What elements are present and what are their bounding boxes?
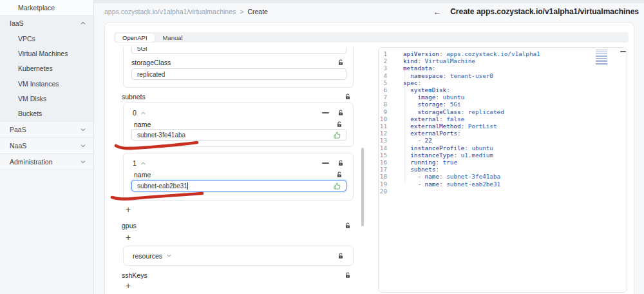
sidebar-group-naas: NaaS <box>0 138 93 154</box>
page-title: Create apps.cozystack.io/v1alpha1/virtua… <box>450 7 639 16</box>
storage-input[interactable]: 5Gi <box>131 47 346 54</box>
sidebar-item-vm-disks[interactable]: VM Disks <box>0 91 93 106</box>
code-token: : <box>439 181 446 188</box>
form-scrollbar-thumb[interactable] <box>361 148 364 226</box>
remove-subnet-0-button[interactable] <box>322 109 329 117</box>
sidebar-item-vm-instances[interactable]: VM Instances <box>0 76 93 91</box>
code-token: : <box>453 152 460 159</box>
editor-minimap[interactable] <box>596 50 607 66</box>
storage-class-value: replicated <box>137 71 341 78</box>
code-token: true <box>443 159 457 166</box>
subnet-0-name-label: name <box>134 121 151 128</box>
sidebar-group-label: IaaS <box>10 19 24 27</box>
code-text: running: true <box>403 159 457 166</box>
sidebar-group-header-naas[interactable]: NaaS <box>0 138 93 153</box>
line-number: 17 <box>379 166 387 173</box>
code-line-19: 19 - name: subnet-eab2be31 <box>379 181 627 188</box>
subnet-1-name-input[interactable]: subnet-eab2be31 <box>131 180 346 191</box>
code-token: u1.medium <box>461 152 493 159</box>
sidebar-item-virtual-machines[interactable]: Virtual Machines <box>0 46 93 61</box>
code-token: : <box>435 93 442 101</box>
chevron-down-icon[interactable] <box>167 253 171 258</box>
sidebar-group-header-iaas[interactable]: IaaS <box>0 15 93 31</box>
chevron-up-icon <box>80 21 86 26</box>
code-line-6: 6 systemDisk: <box>379 86 627 93</box>
line-number: 12 <box>379 130 387 137</box>
code-line-20: 20 <box>379 188 627 195</box>
code-token: ubuntu <box>471 144 493 152</box>
line-number: 15 <box>379 152 387 159</box>
code-token: apiVersion <box>403 50 439 57</box>
code-line-11: 11 externalMethod: PortList <box>379 122 627 130</box>
code-token: : <box>435 166 439 173</box>
code-token: PortList <box>468 122 497 130</box>
code-token: replicated <box>468 108 504 115</box>
tab-manual[interactable]: Manual <box>156 34 190 42</box>
code-token <box>403 130 410 137</box>
code-text: subnets: <box>403 166 439 173</box>
subnet-1-name-label: name <box>134 171 151 179</box>
main-panel: OpenAPI Manual 5Gi storageClass replicat… <box>104 22 634 294</box>
sidebar-group-header-paas[interactable]: PaaS <box>0 122 93 137</box>
code-text: apiVersion: apps.cozystack.io/v1alpha1 <box>403 50 540 57</box>
code-line-3: 3metadata: <box>379 64 627 72</box>
code-token: subnets <box>410 166 435 173</box>
editor-collapse-icon[interactable] <box>620 51 626 52</box>
storage-class-label: storageClass <box>131 59 171 66</box>
code-token: external <box>410 115 439 122</box>
code-text: external: false <box>403 115 464 122</box>
code-line-1: 1apiVersion: apps.cozystack.io/v1alpha1 <box>379 50 627 57</box>
code-token: : <box>443 72 450 79</box>
code-line-16: 16 running: true <box>379 159 627 166</box>
back-arrow-icon[interactable]: ← <box>433 8 441 16</box>
sidebar-item-kubernetes[interactable]: Kubernetes <box>0 61 93 76</box>
chevron-up-icon[interactable] <box>141 161 146 166</box>
sidebar-group-header-administration[interactable]: Administration <box>0 154 93 170</box>
code-token: : <box>457 130 461 137</box>
storage-class-input[interactable]: replicated <box>131 68 346 80</box>
thumbs-up-icon <box>334 132 341 139</box>
form-scroll-area[interactable]: 5Gi storageClass replicated subnets 0 <box>108 47 360 294</box>
code-line-5: 5spec: <box>379 79 627 86</box>
resources-group-card[interactable]: resources <box>123 246 354 266</box>
add-subnet-button[interactable]: + <box>123 204 133 215</box>
line-number: 6 <box>379 86 387 93</box>
code-token: : <box>461 122 468 130</box>
storage-value: 5Gi <box>137 47 341 52</box>
subnet-0-name-input[interactable]: subnet-3fe41aba <box>131 129 346 141</box>
chevron-up-icon[interactable] <box>141 111 146 115</box>
code-token: tenant-user0 <box>450 72 493 79</box>
code-token <box>403 72 410 79</box>
remove-subnet-1-button[interactable] <box>322 159 329 167</box>
code-text: storage: 5Gi <box>403 101 461 108</box>
tab-openapi[interactable]: OpenAPI <box>115 34 155 42</box>
sidebar-item-marketplace[interactable]: Marketplace <box>0 0 93 15</box>
chevron-down-icon <box>80 159 86 164</box>
code-text: systemDisk: <box>403 86 450 93</box>
line-number: 19 <box>379 181 387 188</box>
text-cursor <box>187 182 188 190</box>
line-number: 11 <box>379 122 387 130</box>
add-ssh-key-button[interactable]: + <box>123 280 133 291</box>
sidebar-group-paas: PaaS <box>0 122 93 138</box>
line-number: 7 <box>379 93 387 101</box>
sidebar-item-vpcs[interactable]: VPCs <box>0 31 93 46</box>
line-number: 4 <box>379 72 387 79</box>
code-token: subnet-eab2be31 <box>446 181 500 188</box>
code-token: spec <box>403 79 417 86</box>
code-token: name <box>425 173 439 180</box>
code-text: kind: VirtualMachine <box>403 57 475 64</box>
breadcrumb-path[interactable]: apps.cozystack.io/v1alpha1/virtualmachin… <box>104 8 236 15</box>
code-token: : <box>417 79 421 86</box>
sidebar-item-buckets[interactable]: Buckets <box>0 106 93 121</box>
code-text: - name: subnet-eab2be31 <box>403 181 500 188</box>
breadcrumb-separator: > <box>240 8 243 15</box>
code-token <box>403 108 417 115</box>
yaml-editor[interactable]: 1apiVersion: apps.cozystack.io/v1alpha12… <box>378 47 627 293</box>
add-gpu-button[interactable]: + <box>123 232 133 242</box>
breadcrumb: apps.cozystack.io/v1alpha1/virtualmachin… <box>104 5 268 18</box>
code-token <box>403 86 410 93</box>
sidebar-group-iaas: IaaSVPCsVirtual MachinesKubernetesVM Ins… <box>0 15 93 122</box>
code-token: : <box>443 101 450 108</box>
code-text: image: ubuntu <box>403 93 464 101</box>
